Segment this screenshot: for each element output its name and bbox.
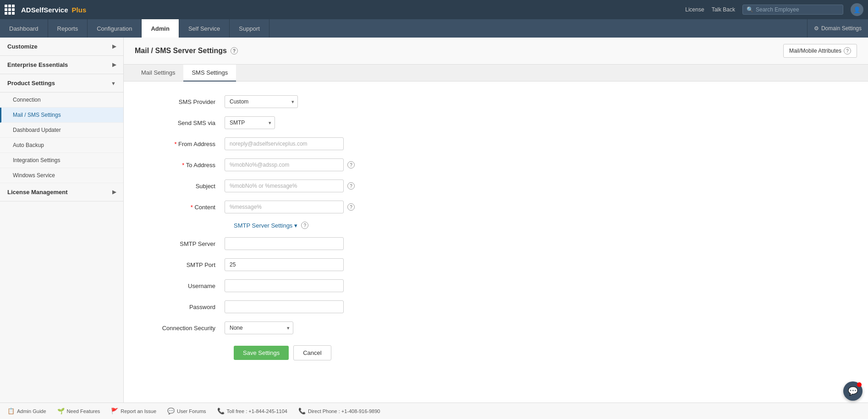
- content-help-icon[interactable]: ?: [347, 203, 355, 211]
- content-area: Mail / SMS Server Settings ? Mail/Mobile…: [124, 38, 868, 403]
- report-issue-icon: 🚩: [111, 408, 118, 414]
- sidebar-item-mailsms[interactable]: Mail / SMS Settings: [0, 108, 123, 123]
- need-features-label: Need Features: [67, 408, 100, 414]
- admin-guide-icon: 📋: [7, 408, 15, 414]
- sidebar-item-connection[interactable]: Connection: [0, 93, 123, 108]
- tabs-bar: Mail Settings SMS Settings: [124, 65, 868, 82]
- password-label: Password: [151, 304, 225, 310]
- page-title: Mail / SMS Server Settings ?: [135, 47, 238, 55]
- license-link[interactable]: License: [685, 6, 704, 13]
- smtp-settings-help-icon[interactable]: ?: [301, 222, 308, 229]
- search-input[interactable]: [756, 6, 839, 13]
- chevron-right-icon: ▶: [112, 189, 116, 195]
- nav-item-configuration[interactable]: Configuration: [88, 19, 142, 38]
- smtp-port-input[interactable]: [225, 258, 344, 271]
- smtp-port-label: SMTP Port: [151, 261, 225, 268]
- to-address-label: To Address: [151, 162, 225, 169]
- need-features-icon: 🌱: [57, 408, 65, 414]
- subject-label: Subject: [151, 183, 225, 190]
- form-row-smtp-port: SMTP Port: [151, 258, 841, 271]
- nav-item-support[interactable]: Support: [230, 19, 269, 38]
- admin-guide-label: Admin Guide: [17, 408, 46, 414]
- app-logo: ADSelfService Plus: [5, 5, 86, 15]
- nav-item-reports[interactable]: Reports: [48, 19, 88, 38]
- sidebar-section-customize[interactable]: Customize ▶: [0, 38, 123, 56]
- form-row-from-address: From Address: [151, 137, 841, 150]
- domain-settings-button[interactable]: ⚙ Domain Settings: [807, 19, 868, 38]
- connection-security-select[interactable]: None SSL/TLS STARTTLS: [225, 321, 293, 334]
- from-address-label: From Address: [151, 141, 225, 147]
- footer-user-forums[interactable]: 💬 User Forums: [167, 408, 206, 414]
- tab-mail-settings[interactable]: Mail Settings: [133, 65, 183, 82]
- search-icon: 🔍: [747, 6, 753, 13]
- toll-free-label: Toll free : +1-844-245-1104: [227, 408, 287, 414]
- sidebar-section-customize-label: Customize: [7, 43, 38, 50]
- sidebar-section-license[interactable]: License Management ▶: [0, 183, 123, 201]
- form-row-username: Username: [151, 279, 841, 292]
- footer-need-features[interactable]: 🌱 Need Features: [57, 408, 100, 414]
- sidebar-section-enterprise[interactable]: Enterprise Essentials ▶: [0, 56, 123, 74]
- domain-settings-label: Domain Settings: [821, 25, 862, 32]
- content-label: Content: [151, 204, 225, 211]
- content-input[interactable]: [225, 201, 344, 213]
- username-label: Username: [151, 283, 225, 289]
- user-forums-label: User Forums: [177, 408, 206, 414]
- smtp-server-label: SMTP Server: [151, 240, 225, 247]
- sidebar-item-autobackup[interactable]: Auto Backup: [0, 138, 123, 153]
- sidebar: Customize ▶ Enterprise Essentials ▶ Prod…: [0, 38, 124, 403]
- main-layout: Customize ▶ Enterprise Essentials ▶ Prod…: [0, 38, 868, 403]
- direct-phone-label: Direct Phone : +1-408-916-9890: [308, 408, 380, 414]
- mail-mobile-attributes-button[interactable]: Mail/Mobile Attributes ?: [783, 44, 857, 58]
- save-settings-button[interactable]: Save Settings: [234, 346, 289, 360]
- user-forums-icon: 💬: [167, 408, 175, 414]
- nav-item-admin[interactable]: Admin: [142, 19, 179, 38]
- from-address-input[interactable]: [225, 137, 344, 150]
- to-address-help-icon[interactable]: ?: [347, 161, 355, 169]
- direct-phone-icon: 📞: [298, 408, 306, 414]
- sidebar-item-windowsservice[interactable]: Windows Service: [0, 168, 123, 183]
- sidebar-item-integrationsettings[interactable]: Integration Settings: [0, 153, 123, 168]
- to-address-input[interactable]: [225, 158, 344, 171]
- footer: 📋 Admin Guide 🌱 Need Features 🚩 Report a…: [0, 403, 868, 419]
- nav-bar: Dashboard Reports Configuration Admin Se…: [0, 19, 868, 38]
- search-box: 🔍: [742, 5, 843, 15]
- sidebar-section-product-label: Product Settings: [7, 80, 55, 87]
- top-bar: ADSelfService Plus License Talk Back 🔍 👤: [0, 0, 868, 19]
- smtp-server-input[interactable]: [225, 237, 344, 250]
- form-row-password: Password: [151, 300, 841, 313]
- form-row-send-sms-via: Send SMS via SMTP HTTP: [151, 116, 841, 129]
- nav-item-selfservice[interactable]: Self Service: [179, 19, 230, 38]
- mail-mobile-help-icon[interactable]: ?: [844, 47, 851, 54]
- talkback-link[interactable]: Talk Back: [712, 6, 735, 13]
- top-bar-right: License Talk Back 🔍 👤: [685, 3, 863, 16]
- form-row-connection-security: Connection Security None SSL/TLS STARTTL…: [151, 321, 841, 334]
- tab-sms-settings[interactable]: SMS Settings: [183, 65, 236, 82]
- subject-input[interactable]: [225, 180, 344, 192]
- nav-item-dashboard[interactable]: Dashboard: [0, 19, 48, 38]
- cancel-button[interactable]: Cancel: [293, 345, 331, 360]
- footer-admin-guide[interactable]: 📋 Admin Guide: [7, 408, 46, 414]
- sms-provider-select-wrapper: Custom Twilio Nexmo Clickatell: [225, 95, 298, 108]
- title-help-icon[interactable]: ?: [231, 47, 238, 54]
- form-row-content: Content ?: [151, 201, 841, 213]
- sms-provider-select[interactable]: Custom Twilio Nexmo Clickatell: [225, 95, 298, 108]
- smtp-settings-link-text: SMTP Server Settings: [234, 222, 292, 229]
- subject-help-icon[interactable]: ?: [347, 182, 355, 190]
- smtp-settings-link[interactable]: SMTP Server Settings ▾: [234, 222, 297, 229]
- chat-float-button[interactable]: 💬: [843, 381, 863, 401]
- avatar[interactable]: 👤: [851, 3, 863, 16]
- sms-provider-label: SMS Provider: [151, 98, 225, 105]
- password-input[interactable]: [225, 300, 344, 313]
- page-title-text: Mail / SMS Server Settings: [135, 47, 227, 55]
- send-sms-via-select[interactable]: SMTP HTTP: [225, 116, 275, 129]
- chevron-down-icon: ▼: [111, 81, 116, 86]
- footer-report-issue[interactable]: 🚩 Report an Issue: [111, 408, 156, 414]
- gear-icon: ⚙: [814, 25, 819, 32]
- sidebar-section-product[interactable]: Product Settings ▼: [0, 74, 123, 93]
- form-row-smtp-server: SMTP Server: [151, 237, 841, 250]
- connection-security-label: Connection Security: [151, 325, 225, 332]
- sidebar-item-dashboardupdater[interactable]: Dashboard Updater: [0, 123, 123, 138]
- action-row: Save Settings Cancel: [151, 345, 841, 360]
- username-input[interactable]: [225, 279, 344, 292]
- form-area: SMS Provider Custom Twilio Nexmo Clickat…: [124, 82, 868, 374]
